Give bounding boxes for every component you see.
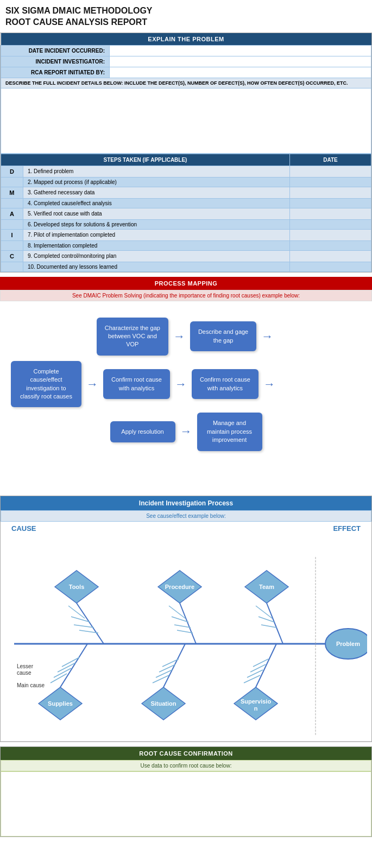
step-desc-7: 7. Pilot of implementation completed	[23, 229, 289, 240]
svg-line-12	[267, 603, 283, 644]
svg-text:Supervisio: Supervisio	[241, 698, 272, 705]
flow-row-1: Characterize the gapbetween VOC andVOP →…	[5, 318, 367, 356]
table-row: A 5. Verified root cause with data	[1, 208, 371, 219]
flow-row-3: Apply resolution → Manage andmaintain pr…	[5, 413, 367, 451]
flow-arrow-1: →	[173, 330, 185, 344]
svg-text:Supplies: Supplies	[48, 700, 73, 707]
root-cause-section: ROOT CAUSE CONFIRMATION Use data to conf…	[0, 746, 372, 837]
process-mapping-section: PROCESS MAPPING See DMAIC Problem Solvin…	[0, 277, 372, 491]
table-row: 6. Developed steps for solutions & preve…	[1, 219, 371, 229]
steps-table: STEPS TAKEN (IF APPLICABLE) DATE D 1. De…	[1, 154, 371, 272]
process-mapping-sub: See DMAIC Problem Solving (indicating th…	[0, 290, 372, 301]
table-row: 4. Completed cause/effect analysis	[1, 198, 371, 208]
flow-box-manage: Manage andmaintain processimprovement	[197, 413, 262, 451]
svg-line-33	[256, 644, 276, 687]
table-row: C 9. Completed control/monitoring plan	[1, 250, 371, 262]
table-row: M 3. Gathered necessary data	[1, 187, 371, 198]
steps-col-header: STEPS TAKEN (IF APPLICABLE)	[1, 154, 290, 166]
rca-initiated-value[interactable]	[110, 67, 371, 78]
step-date-4[interactable]	[290, 198, 371, 208]
flow-arrow-4: →	[180, 425, 192, 439]
step-letter-d: D	[1, 166, 23, 177]
step-letter-empty5	[1, 262, 23, 271]
flow-arrow-2: →	[86, 377, 98, 391]
step-date-2[interactable]	[290, 177, 371, 187]
flow-arrow-end-1: →	[261, 330, 273, 344]
step-desc-10: 10. Documented any lessons learned	[23, 262, 289, 271]
svg-line-32	[163, 644, 185, 687]
table-row: 2. Mapped out process (if applicable)	[1, 177, 371, 187]
incident-sub: See cause/effect example below:	[1, 510, 371, 522]
svg-text:Problem: Problem	[336, 641, 360, 647]
svg-text:Situation: Situation	[150, 700, 176, 707]
step-desc-4: 4. Completed cause/effect analysis	[23, 198, 289, 208]
cause-effect-labels: CAUSE EFFECT	[1, 522, 371, 535]
step-letter-m: M	[1, 187, 23, 198]
step-desc-3: 3. Gathered necessary data	[23, 187, 289, 198]
table-row: 10. Documented any lessons learned	[1, 262, 371, 271]
step-letter-empty2	[1, 198, 23, 208]
step-letter-i: I	[1, 229, 23, 240]
svg-text:Lesser: Lesser	[17, 663, 34, 669]
step-date-3[interactable]	[290, 187, 371, 198]
flow-box-2: Describe and gagethe gap	[190, 321, 256, 351]
process-mapping-body: Characterize the gapbetween VOC andVOP →…	[0, 301, 372, 491]
svg-text:Main cause: Main cause	[17, 682, 45, 688]
svg-line-21	[256, 606, 272, 618]
step-letter-empty1	[1, 177, 23, 187]
description-textarea[interactable]	[1, 88, 371, 153]
page-title: SIX SIGMA DMAIC METHODOLOGY ROOT CAUSE A…	[0, 0, 372, 33]
step-date-6[interactable]	[290, 219, 371, 229]
title-line2: ROOT CAUSE ANALYSIS REPORT	[5, 17, 367, 28]
step-letter-c: C	[1, 250, 23, 262]
explain-problem-header: EXPLAIN THE PROBLEM	[1, 33, 371, 46]
rca-initiated-label: RCA REPORT INITIATED BY:	[1, 67, 110, 78]
flow-box-4: Confirm root causewith analytics	[103, 369, 170, 399]
svg-line-11	[180, 603, 196, 644]
explain-problem-table: EXPLAIN THE PROBLEM DATE INCIDENT OCCURR…	[1, 33, 371, 154]
step-desc-5: 5. Verified root cause with data	[23, 208, 289, 219]
date-incident-label: DATE INCIDENT OCCURRED:	[1, 45, 110, 56]
fishbone-diagram: Problem Tools Procedure Team	[1, 535, 371, 742]
step-desc-6: 6. Developed steps for solutions & preve…	[23, 219, 289, 229]
step-desc-8: 8. Implementation completed	[23, 240, 289, 250]
fishbone-svg: Problem Tools Procedure Team	[6, 541, 367, 742]
table-row: 8. Implementation completed	[1, 240, 371, 250]
flow-box-1: Characterize the gapbetween VOC andVOP	[97, 318, 168, 356]
step-date-8[interactable]	[290, 240, 371, 250]
effect-label: EFFECT	[333, 524, 361, 533]
investigator-value[interactable]	[110, 56, 371, 67]
rcc-header: ROOT CAUSE CONFIRMATION	[1, 747, 371, 760]
flow-row-2: Completecause/effectinvestigation toclas…	[5, 361, 367, 408]
step-letter-empty4	[1, 240, 23, 250]
svg-text:Procedure: Procedure	[165, 584, 194, 590]
step-date-10[interactable]	[290, 262, 371, 271]
title-line1: SIX SIGMA DMAIC METHODOLOGY	[5, 5, 367, 17]
flow-box-5: Confirm root causewith analytics	[192, 369, 258, 399]
step-desc-1: 1. Defined problem	[23, 166, 289, 177]
step-date-7[interactable]	[290, 229, 371, 240]
date-col-header: DATE	[290, 154, 371, 166]
incident-header: Incident Investigation Process	[1, 496, 371, 510]
table-row: D 1. Defined problem	[1, 166, 371, 177]
flow-box-apply-resolution: Apply resolution	[110, 421, 175, 442]
svg-line-23	[261, 625, 276, 628]
step-date-9[interactable]	[290, 250, 371, 262]
incident-investigation-section: Incident Investigation Process See cause…	[0, 496, 372, 742]
cause-label: CAUSE	[11, 524, 36, 533]
step-desc-2: 2. Mapped out process (if applicable)	[23, 177, 289, 187]
table-row: I 7. Pilot of implementation completed	[1, 229, 371, 240]
date-incident-value[interactable]	[110, 45, 371, 56]
step-letter-empty3	[1, 219, 23, 229]
flow-arrow-3: →	[175, 377, 187, 391]
flow-arrow-end-2: →	[263, 377, 275, 391]
svg-line-10	[77, 603, 104, 644]
step-desc-9: 9. Completed control/monitoring plan	[23, 250, 289, 262]
explain-problem-section: EXPLAIN THE PROBLEM DATE INCIDENT OCCURR…	[0, 33, 372, 273]
step-date-1[interactable]	[290, 166, 371, 177]
svg-text:Team: Team	[259, 584, 274, 590]
svg-line-17	[169, 606, 185, 618]
rcc-body[interactable]	[1, 771, 371, 837]
description-label: DESCRIBE THE FULL INCIDENT DETAILS BELOW…	[1, 78, 371, 88]
step-date-5[interactable]	[290, 208, 371, 219]
